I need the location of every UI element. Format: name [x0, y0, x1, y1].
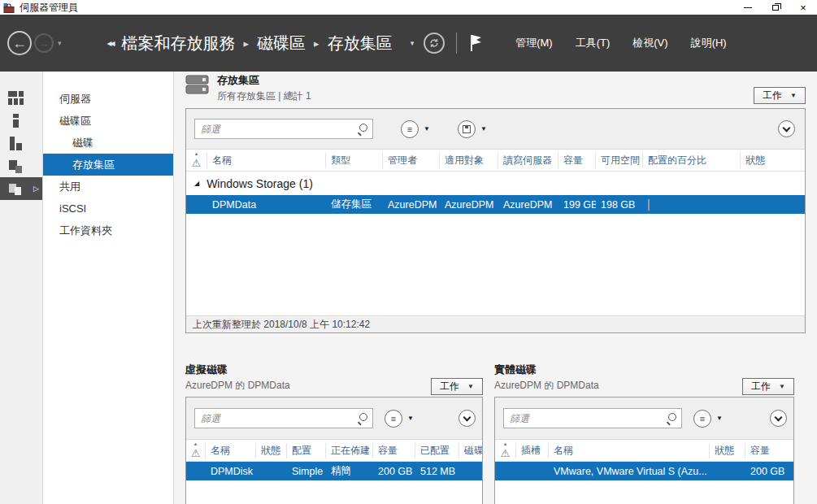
sidebar-item-work-folders[interactable]: 工作資料夾	[43, 219, 173, 241]
storage-pools-tasks-button[interactable]: 工作 ▼	[754, 87, 806, 104]
cell-layout: Simple	[287, 466, 326, 477]
sidebar-item-shares[interactable]: 共用	[43, 176, 173, 198]
sidebar-item-storage-pools[interactable]: 存放集區	[43, 154, 173, 176]
menu-help[interactable]: 說明(H)	[691, 36, 727, 50]
column-status[interactable]: 狀態	[256, 443, 287, 458]
forward-arrow-icon: →	[38, 37, 50, 50]
physical-disks-tasks-button[interactable]: 工作 ▼	[742, 378, 794, 395]
physical-disks-subtitle: AzureDPM 的 DPMData	[494, 379, 599, 393]
sidebar-item-disks[interactable]: 磁碟	[43, 132, 173, 154]
file-storage-services-icon[interactable]	[0, 154, 42, 177]
dashboard-icon[interactable]	[0, 86, 42, 109]
physical-disks-title: 實體磁碟	[494, 363, 599, 377]
virtual-disks-toolbar: ≡ ▼	[186, 398, 482, 440]
virtual-disks-panel: ≡ ▼ ▲⚠ 名稱 狀態 配置 正在佈建 容量 已配置	[185, 397, 483, 504]
main-content: 存放集區 所有存放集區 | 總計 1 工作 ▼ ≡ ▼	[174, 72, 817, 504]
table-empty-area	[495, 480, 793, 504]
chevron-down-icon	[783, 124, 791, 132]
cell-name: DPMData	[207, 199, 326, 211]
current-section-icon[interactable]: ▷	[0, 177, 42, 200]
collapse-group-icon[interactable]: ◢	[194, 180, 199, 187]
column-name[interactable]: 名稱	[207, 153, 326, 168]
cell-provisioning: 精簡	[326, 464, 373, 478]
column-capacity[interactable]: 容量	[558, 153, 596, 168]
sidebar-item-servers[interactable]: 伺服器	[43, 88, 173, 110]
minimize-button[interactable]	[734, 0, 762, 15]
restore-button[interactable]	[762, 0, 789, 15]
physical-disks-toolbar: ≡ ▼	[495, 398, 793, 440]
breadcrumb-storage-pools[interactable]: 存放集區	[328, 33, 393, 54]
filter-list-dropdown-button[interactable]: ≡ ▼	[385, 410, 414, 428]
column-free-space[interactable]: 可用空間	[596, 153, 643, 168]
column-type[interactable]: 類型	[326, 153, 383, 168]
cell-capacity: 199 GB	[558, 199, 596, 211]
breadcrumb-volumes[interactable]: 磁碟區	[257, 33, 306, 54]
column-name[interactable]: 名稱	[206, 443, 256, 458]
close-button[interactable]: ×	[789, 0, 817, 15]
column-status[interactable]: 狀態	[710, 443, 745, 458]
table-row-dpmdisk[interactable]: DPMDisk Simple 精簡 200 GB 512 MB	[186, 462, 482, 480]
forward-button[interactable]: →	[34, 33, 54, 53]
physical-disks-filter-input[interactable]	[503, 408, 682, 428]
sidebar-item-iscsi[interactable]: iSCSI	[43, 198, 173, 219]
column-percent-allocated[interactable]: 配置的百分比	[643, 153, 741, 168]
menu-manage[interactable]: 管理(M)	[515, 36, 553, 50]
saved-filters-dropdown-button[interactable]: ▼	[458, 120, 487, 138]
filter-list-dropdown-button[interactable]: ≡ ▼	[693, 410, 723, 428]
virtual-disks-filter-input[interactable]	[194, 408, 373, 428]
refresh-button[interactable]	[424, 33, 445, 54]
sidebar-item-volumes[interactable]: 磁碟區	[43, 110, 173, 132]
warning-icon: ⚠	[192, 157, 202, 168]
storage-pools-toolbar: ≡ ▼ ▼	[186, 109, 805, 150]
storage-pools-subtitle: 所有存放集區 | 總計 1	[217, 89, 311, 103]
breadcrumb-file-storage-services[interactable]: 檔案和存放服務	[122, 33, 236, 54]
server-manager-window: 伺服器管理員 × ← → ▾ ◂◂ 檔案和存放服務 ▸ 磁碟區 ▸ 存放集區 ▾	[0, 0, 817, 504]
history-dropdown-icon[interactable]: ▾	[58, 39, 62, 47]
column-name[interactable]: 名稱	[549, 443, 710, 458]
collapse-panel-button[interactable]	[778, 120, 795, 137]
breadcrumb-dropdown-icon[interactable]: ▾	[411, 39, 415, 47]
back-button[interactable]: ←	[7, 31, 32, 55]
column-status[interactable]: 狀態	[741, 153, 805, 168]
column-available-to[interactable]: 適用對象	[440, 153, 498, 168]
table-row-vmware-disk[interactable]: VMware, VMware Virtual S (Azu... 200 GB	[495, 462, 793, 480]
sidebar-navigation: 伺服器 磁碟區 磁碟 存放集區 共用 iSCSI 工作資料夾	[43, 72, 174, 504]
column-managed-by[interactable]: 管理者	[383, 153, 440, 168]
table-row-dpmdata[interactable]: DPMData 儲存集區 AzureDPM AzureDPM AzureDPM …	[186, 195, 805, 214]
column-provisioning[interactable]: 正在佈建	[326, 443, 373, 458]
warning-icon: ⚠	[191, 447, 201, 458]
column-capacity[interactable]: 容量	[373, 443, 415, 458]
all-servers-icon[interactable]	[0, 132, 42, 154]
local-server-icon[interactable]	[0, 109, 42, 132]
search-icon	[357, 413, 367, 424]
column-capacity[interactable]: 容量	[745, 443, 793, 458]
alert-column-header[interactable]: ▲⚠	[495, 443, 516, 458]
menu-tools[interactable]: 工具(T)	[576, 36, 611, 50]
collapse-panel-button[interactable]	[770, 410, 787, 427]
column-allocated[interactable]: 已配置	[415, 443, 459, 458]
flag-icon	[468, 33, 483, 53]
virtual-disks-table-header: ▲⚠ 名稱 狀態 配置 正在佈建 容量 已配置 磁碟	[186, 440, 482, 462]
virtual-disks-tasks-button[interactable]: 工作 ▼	[431, 378, 483, 395]
alert-column-header[interactable]: ▲⚠	[186, 153, 207, 168]
window-title: 伺服器管理員	[20, 1, 78, 15]
chevron-down-icon: ▼	[716, 415, 723, 422]
group-row-windows-storage[interactable]: ◢ Windows Storage (1)	[186, 172, 805, 195]
save-icon	[463, 125, 471, 133]
physical-disks-header: 實體磁碟 AzureDPM 的 DPMData 工作 ▼	[494, 363, 794, 397]
cell-name: VMware, VMware Virtual S (Azu...	[549, 466, 710, 477]
storage-pools-panel: ≡ ▼ ▼ ▲⚠ 名稱 類型 管理者 適用對象 讀寫伺服器	[185, 108, 806, 333]
server-manager-app-icon	[3, 2, 15, 12]
column-clipped[interactable]: 磁碟	[459, 443, 483, 458]
column-rw-server[interactable]: 讀寫伺服器	[498, 153, 558, 168]
menu-view[interactable]: 檢視(V)	[632, 36, 667, 50]
storage-pools-filter-input[interactable]	[194, 119, 373, 139]
alert-column-header[interactable]: ▲⚠	[186, 443, 206, 458]
chevron-down-icon	[463, 413, 472, 421]
filter-list-dropdown-button[interactable]: ≡ ▼	[401, 120, 430, 138]
collapse-panel-button[interactable]	[458, 410, 476, 427]
column-slot[interactable]: 插槽	[516, 443, 549, 458]
back-arrow-icon: ←	[12, 35, 27, 52]
notifications-flag-button[interactable]	[467, 33, 485, 54]
column-layout[interactable]: 配置	[287, 443, 326, 458]
